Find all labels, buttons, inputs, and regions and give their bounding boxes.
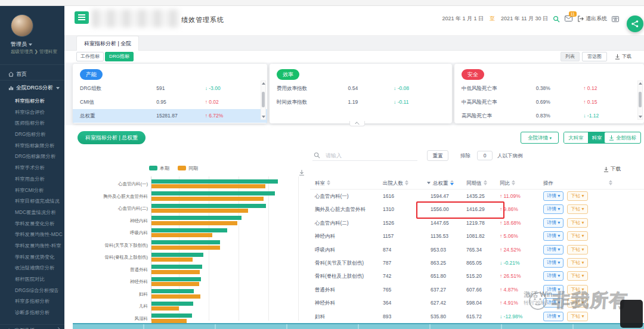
search-icon[interactable] (553, 15, 560, 23)
collapse-cards-handle[interactable] (349, 121, 365, 126)
legend-previous[interactable]: 同期 (178, 165, 198, 172)
detail-button[interactable]: 详情 ▾ (543, 258, 564, 268)
col-patients[interactable]: 出院人数 (383, 176, 408, 190)
bar-previous[interactable] (151, 184, 265, 188)
bar-current[interactable] (151, 240, 220, 244)
table-row[interactable]: 骨科(脊柱及上肢创伤)742651.80515.20↑ 26.51%详情 ▾下钻… (310, 269, 644, 283)
sort-icon[interactable] (327, 180, 330, 185)
detail-button[interactable]: 详情 ▾ (543, 204, 564, 214)
bar-previous[interactable] (151, 233, 212, 237)
chart-category-row[interactable]: 普通外科 (73, 263, 307, 276)
bar-current[interactable] (151, 277, 201, 281)
table-download-button[interactable]: 下载 (603, 166, 621, 173)
toggle-big-dept[interactable]: 大科室 (564, 132, 588, 143)
card-scrollbar[interactable] (261, 80, 266, 120)
message-icon[interactable]: 11 (565, 15, 572, 22)
dept-weight-bar-chart[interactable]: 心血管内科(一)胸外及心脏大血管外科心血管内科(二)神经内科呼吸内科骨科(关节及… (73, 175, 307, 323)
sidebar-item[interactable]: 收治疑难病症分析 (0, 262, 64, 274)
bar-previous[interactable] (151, 294, 200, 299)
sidebar-item[interactable]: 标杆医院对比 (0, 274, 64, 285)
card-scrollbar[interactable] (637, 80, 643, 120)
exclude-count-input[interactable]: 0 (477, 151, 493, 160)
bar-current[interactable] (151, 253, 203, 257)
chart-category-row[interactable]: 妇科 (73, 288, 307, 300)
col-yoy[interactable]: 同比 (500, 176, 515, 190)
user-name[interactable]: 管理员 (11, 41, 32, 48)
scroll-thumb[interactable] (262, 92, 265, 107)
floating-dark-widget[interactable] (620, 300, 643, 328)
chart-category-row[interactable]: 风湿科 (73, 312, 307, 325)
view-radar-button[interactable]: 雷达图 (582, 52, 607, 61)
card-metric-row[interactable]: DRG组数591↓ -3.00 (73, 82, 267, 95)
col-dept[interactable]: 科室 (315, 176, 330, 190)
view-list-button[interactable]: 列表 (561, 52, 580, 61)
work-indicator-tab[interactable]: 工作指标 (76, 52, 104, 61)
table-row[interactable]: 心血管内科(二)15261447.651219.78↑ 18.68%详情 ▾下钻… (310, 216, 644, 229)
bar-previous[interactable] (151, 246, 220, 250)
table-row[interactable]: 神经内科11571136.531081.82↑ 5.06%详情 ▾下钻 ▾ (310, 229, 644, 243)
drill-down-button[interactable]: 下钻 ▾ (567, 204, 587, 214)
table-search-input[interactable]: 请输入 (312, 150, 417, 161)
col-weight[interactable]: 总权重 (427, 176, 454, 190)
card-metric-row[interactable]: 中低风险死亡率0.38%↑ 0.12 (454, 82, 644, 95)
bar-current[interactable] (151, 204, 266, 208)
menu-toggle-button[interactable] (75, 11, 89, 24)
chart-category-row[interactable]: 儿科 (73, 300, 307, 312)
chart-category-row[interactable]: 骨科(关节及下肢创伤) (73, 239, 307, 252)
all-indicators-download-button[interactable]: 全部指标 (604, 132, 641, 144)
avatar[interactable] (11, 14, 33, 37)
bar-previous[interactable] (151, 319, 187, 323)
bar-current[interactable] (151, 179, 278, 184)
col-prev[interactable]: 同期值 (466, 176, 487, 190)
drill-down-button[interactable]: 下钻 ▾ (567, 271, 587, 281)
bar-previous[interactable] (151, 221, 237, 225)
bar-previous[interactable] (151, 197, 264, 201)
sidebar-item[interactable]: 科室指标分析 (0, 95, 64, 107)
chart-category-row[interactable]: 神经外科 (73, 275, 307, 288)
sort-icon[interactable] (484, 180, 487, 185)
sidebar-item[interactable]: 科室指标象限分析 (0, 140, 64, 151)
chart-category-row[interactable]: 呼吸内科 (73, 226, 307, 239)
card-metric-row[interactable]: 高风险死亡率0.83%↓ -1.12 (454, 109, 644, 123)
bar-current[interactable] (151, 191, 275, 195)
bar-previous[interactable] (151, 306, 179, 311)
sidebar-item[interactable]: 科室手术分析 (0, 162, 64, 173)
settings-fab-button[interactable] (627, 15, 643, 32)
table-row[interactable]: 骨科(关节及下肢创伤)787863.25865.05↓ -0.21%详情 ▾下钻… (310, 256, 644, 269)
sidebar-item[interactable]: DRGS综合分析报告 (0, 285, 64, 296)
bar-previous[interactable] (151, 282, 199, 286)
drill-down-button[interactable]: 下钻 ▾ (567, 218, 587, 228)
date-range-end[interactable]: 2021 年 11 月 30 日 (501, 15, 548, 23)
sidebar-item[interactable]: MDC覆盖情况分析 (0, 207, 64, 218)
detail-button[interactable]: 详情 ▾ (543, 245, 564, 254)
chart-datazoom-slider[interactable] (73, 323, 644, 329)
hospital-detail-dropdown[interactable]: 全院详情 ▾ (521, 132, 559, 144)
table-row[interactable]: 胸外及心脏大血管外科13101556.001416.29↑ 9.86%详情 ▾下… (310, 203, 644, 216)
tab-dept-indicator-analysis[interactable]: 科室指标分析 | 全院 (76, 36, 139, 51)
sidebar-item[interactable]: 科室多指标分析 (0, 296, 64, 307)
scroll-down-icon[interactable] (639, 116, 642, 118)
sidebar-item[interactable]: 学科发展优势变化 (0, 252, 64, 263)
sidebar-item[interactable]: 诊断多指标分析 (0, 307, 64, 318)
chart-category-row[interactable]: 胸外及心脏大血管外科 (73, 190, 307, 203)
bar-previous[interactable] (151, 270, 200, 274)
scroll-up-icon[interactable] (262, 82, 265, 85)
sidebar-item[interactable]: DRG指标分析 (0, 129, 64, 140)
date-range-start[interactable]: 2021 年 1 月 1 日 (442, 15, 484, 23)
reset-button[interactable]: 重置 (427, 150, 448, 161)
sidebar-section-drgs[interactable]: 全院DRGS分析 (0, 82, 64, 94)
bar-current[interactable] (151, 228, 227, 232)
sidebar-item[interactable]: DRG指标象限分析 (0, 151, 64, 162)
bar-previous[interactable] (151, 257, 193, 262)
sort-icon[interactable] (405, 180, 408, 185)
scroll-up-icon[interactable] (639, 82, 642, 85)
card-metric-row[interactable]: CMI值0.95↑ 0.02 (73, 95, 267, 109)
legend-current[interactable]: 本期 (149, 165, 169, 172)
detail-button[interactable]: 详情 ▾ (543, 218, 564, 228)
sidebar-item[interactable]: 科室目标值完成情况 (0, 195, 64, 207)
sidebar-item[interactable]: 科室CMI分析 (0, 185, 64, 196)
bar-current[interactable] (151, 302, 193, 306)
detail-button[interactable]: 详情 ▾ (543, 231, 564, 241)
card-metric-row[interactable]: 中高风险死亡率0.69%↑ 0.15 (454, 95, 644, 109)
chart-category-row[interactable]: 心血管内科(二) (73, 202, 307, 215)
